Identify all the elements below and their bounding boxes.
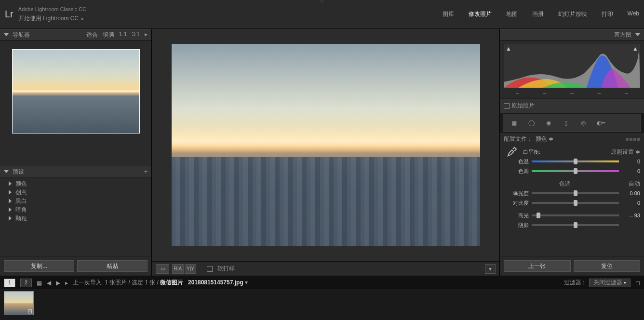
tone-section-label: 色调 bbox=[559, 180, 571, 188]
preset-folder[interactable]: 颗粒 bbox=[4, 214, 148, 223]
add-preset-icon[interactable]: + bbox=[144, 168, 148, 175]
auto-button[interactable]: 自动 bbox=[629, 180, 640, 188]
spot-tool-icon[interactable]: ◯ bbox=[524, 117, 538, 129]
nav-web[interactable]: Web bbox=[628, 10, 639, 18]
copy-button[interactable]: 复制... bbox=[4, 260, 74, 272]
presets-list: 颜色 创意 黑白 暗角 颗粒 bbox=[0, 177, 151, 256]
image-canvas[interactable] bbox=[152, 29, 499, 261]
filmstrip bbox=[0, 289, 644, 320]
local-tools: ▦ ◯ ◉ ▯ ◎ ◐━ bbox=[503, 114, 641, 132]
loupe-view-button[interactable]: ▭ bbox=[156, 264, 169, 274]
left-panel: 导航器 适合 填满 1:1 3:1 ▸ 预设 + 颜色 创意 黑白 暗角 颗粒 … bbox=[0, 29, 152, 276]
highlights-slider[interactable] bbox=[532, 214, 619, 216]
breadcrumb: 上一次导入 1 张照片 / 选定 1 张 / 微信图片 _20180815145… bbox=[73, 279, 248, 287]
page-1-button[interactable]: 1 bbox=[4, 279, 15, 287]
histogram-chart[interactable]: ▲ ▲ bbox=[504, 44, 640, 88]
app-header: Lr Adobe Lightroom Classic CC 开始使用 Light… bbox=[0, 0, 644, 29]
play-icon[interactable]: ▸ bbox=[65, 280, 68, 286]
brand-arrow-icon: ▸ bbox=[81, 16, 84, 21]
navigator-header[interactable]: 导航器 适合 填满 1:1 3:1 ▸ bbox=[0, 29, 151, 40]
softproof-label: 软打样 bbox=[217, 265, 235, 273]
histogram-header[interactable]: 直方图 bbox=[500, 29, 644, 40]
toolbar-options-button[interactable]: ▾ bbox=[485, 264, 496, 274]
shadows-label: 阴影 bbox=[504, 222, 529, 229]
compare-ra-button[interactable]: R|A bbox=[172, 264, 184, 274]
contrast-value[interactable]: 0 bbox=[622, 200, 640, 206]
zoom-arrow-icon[interactable]: ▸ bbox=[145, 31, 148, 39]
nav-book[interactable]: 画册 bbox=[532, 10, 544, 18]
collapse-icon bbox=[635, 33, 640, 36]
profile-row: 配置文件： 颜色 ≑ bbox=[500, 133, 644, 145]
original-row: 原始照片 bbox=[500, 98, 644, 113]
grid-icon[interactable]: ▦ bbox=[37, 280, 42, 286]
center-panel: ▭ R|A Y|Y 软打样 ▾ bbox=[152, 29, 499, 276]
basic-panel: 白平衡: 原照设置 ≑ 色温 0 色调 0 色调 自动 曝光度 0.00 对比度… bbox=[500, 145, 644, 256]
zoom-fit[interactable]: 适合 bbox=[86, 31, 98, 39]
nav-print[interactable]: 打印 bbox=[602, 10, 613, 18]
eyedropper-icon[interactable] bbox=[504, 147, 520, 157]
contrast-slider[interactable] bbox=[532, 202, 619, 204]
filter-lock-icon[interactable]: ◻ bbox=[635, 280, 640, 286]
brand-top: Adobe Lightroom Classic CC bbox=[18, 6, 86, 13]
original-checkbox[interactable] bbox=[504, 103, 510, 109]
softproof-checkbox[interactable] bbox=[207, 266, 213, 272]
collapse-icon bbox=[4, 170, 9, 173]
brand-main[interactable]: 开始使用 Lightroom CC▸ bbox=[18, 13, 86, 22]
preset-folder[interactable]: 黑白 bbox=[4, 197, 148, 205]
navigator-thumbnail[interactable] bbox=[12, 49, 140, 133]
tint-value[interactable]: 0 bbox=[622, 168, 640, 174]
profile-label: 配置文件： bbox=[504, 135, 533, 143]
crop-tool-icon[interactable]: ▦ bbox=[507, 117, 521, 129]
zoom-3-1[interactable]: 3:1 bbox=[132, 31, 140, 39]
collapse-icon bbox=[4, 33, 9, 36]
preset-folder[interactable]: 创意 bbox=[4, 188, 148, 197]
tint-slider[interactable] bbox=[532, 170, 619, 172]
exposure-label: 曝光度 bbox=[504, 190, 529, 197]
highlights-label: 高光 bbox=[504, 212, 529, 219]
page-2-button[interactable]: 2 bbox=[20, 279, 32, 287]
brush-tool-icon[interactable]: ◐━ bbox=[594, 117, 607, 129]
module-nav: 图库 修改照片 地图 画册 幻灯片放映 打印 Web bbox=[443, 10, 639, 18]
profile-grid-icon[interactable] bbox=[626, 138, 640, 141]
zoom-fill[interactable]: 填满 bbox=[103, 31, 114, 39]
highlights-value[interactable]: – 93 bbox=[622, 213, 640, 218]
profile-dropdown[interactable]: 颜色 ≑ bbox=[536, 135, 553, 143]
shadows-slider[interactable] bbox=[532, 224, 619, 226]
chevron-right-icon bbox=[9, 190, 12, 195]
original-label: 原始照片 bbox=[511, 102, 535, 110]
preset-folder[interactable]: 颜色 bbox=[4, 179, 148, 188]
nav-map[interactable]: 地图 bbox=[506, 10, 518, 18]
right-panel: 直方图 ▲ ▲ ––––– 原始照片 ▦ ◯ ◉ ▯ ◎ ◐━ 配置文件： 颜色… bbox=[499, 29, 644, 276]
nav-library[interactable]: 图库 bbox=[443, 10, 454, 18]
nav-slideshow[interactable]: 幻灯片放映 bbox=[558, 10, 587, 18]
next-arrow-icon[interactable]: ▶ bbox=[56, 280, 60, 286]
preset-folder[interactable]: 暗角 bbox=[4, 205, 148, 214]
nav-develop[interactable]: 修改照片 bbox=[469, 10, 492, 18]
zoom-1-1[interactable]: 1:1 bbox=[119, 31, 127, 39]
compare-yy-button[interactable]: Y|Y bbox=[185, 264, 196, 274]
prev-arrow-icon[interactable]: ◀ bbox=[47, 280, 51, 286]
filter-label: 过滤器 : bbox=[564, 279, 585, 287]
presets-header[interactable]: 预设 + bbox=[0, 166, 151, 177]
redeye-tool-icon[interactable]: ◉ bbox=[542, 117, 555, 129]
gradient-tool-icon[interactable]: ▯ bbox=[559, 117, 573, 129]
filmstrip-thumb[interactable] bbox=[4, 291, 34, 315]
prev-button[interactable]: 上一张 bbox=[504, 260, 571, 272]
status-bar: 1 2 ▦ ◀ ▶ ▸ 上一次导入 1 张照片 / 选定 1 张 / 微信图片 … bbox=[0, 276, 644, 289]
app-logo: Lr bbox=[5, 9, 13, 20]
paste-button[interactable]: 粘贴 bbox=[77, 260, 148, 272]
temp-value[interactable]: 0 bbox=[622, 159, 640, 164]
exposure-value[interactable]: 0.00 bbox=[622, 190, 640, 196]
histogram-body: ▲ ▲ ––––– bbox=[500, 40, 644, 98]
chevron-right-icon bbox=[9, 181, 12, 186]
viewer-toolbar: ▭ R|A Y|Y 软打样 ▾ bbox=[152, 261, 499, 276]
chevron-right-icon bbox=[9, 199, 12, 203]
filter-dropdown[interactable]: 关闭过滤器 ▾ bbox=[589, 279, 631, 287]
radial-tool-icon[interactable]: ◎ bbox=[577, 117, 590, 129]
exposure-slider[interactable] bbox=[532, 192, 619, 194]
temp-slider[interactable] bbox=[532, 160, 619, 162]
wb-dropdown[interactable]: 原照设置 ≑ bbox=[611, 148, 640, 156]
navigator-body bbox=[0, 40, 151, 166]
presets-title: 预设 bbox=[13, 168, 24, 176]
reset-button[interactable]: 复位 bbox=[574, 260, 641, 272]
